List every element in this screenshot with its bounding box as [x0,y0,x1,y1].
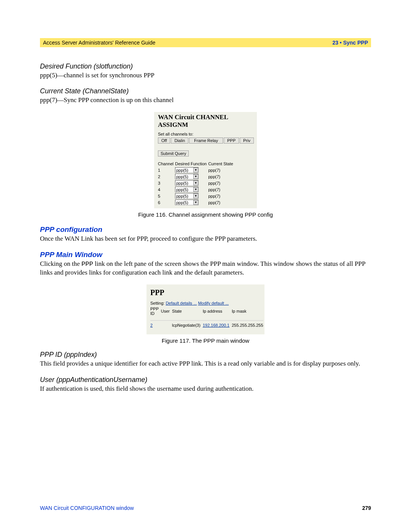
heading-user: User (pppAuthenticationUsername) [40,376,371,384]
frame-relay-button[interactable]: Frame Relay [189,137,223,144]
cell-user [161,321,172,328]
col-current-state: Current State [208,161,234,167]
cell-state: ppp(7) [208,200,234,206]
text-ppp-id: This field provides a unique identifier … [40,359,371,368]
cell-state: ppp(7) [208,193,234,200]
fig116-caption: Figure 116. Channel assignment showing P… [40,211,371,218]
col-ip-mask: Ip mask [232,307,266,318]
table-row: 3 ppp(5)▼ ppp(7) [158,180,235,187]
page-footer: WAN Circuit CONFIGURATION window 279 [40,505,371,511]
cell-channel: 4 [158,187,175,193]
heading-current-state: Current State (ChannelState) [40,87,371,95]
desired-function-select[interactable]: ppp(5)▼ [175,193,199,199]
chevron-down-icon: ▼ [193,181,198,185]
ip-address-link[interactable]: 192.168.200.1 [203,323,229,328]
chevron-down-icon: ▼ [193,193,198,198]
desired-function-select[interactable]: ppp(5)▼ [175,200,199,205]
fig117-setting-row: Setting: Default details ... Modify defa… [150,301,261,305]
ppp-code-text: PPP [81,260,93,268]
header-chapter: 23 • Sync PPP [332,40,368,46]
figure-ppp-main: PPP Setting: Default details ... Modify … [147,284,264,334]
table-row: 4 ppp(5)▼ ppp(7) [158,187,235,193]
text-user: If authentication is used, this field sh… [40,385,371,393]
cell-channel: 1 [158,167,175,174]
submit-query-button[interactable]: Submit Query [158,150,189,157]
footer-section: WAN Circuit CONFIGURATION window [40,505,134,511]
cell-state: ppp(7) [208,180,234,187]
chevron-down-icon: ▼ [193,200,198,205]
col-channel: Channel [158,161,175,167]
cell-state: ppp(7) [208,187,234,193]
dialin-button[interactable]: Dialin [171,137,188,144]
chevron-down-icon: ▼ [193,168,198,173]
cell-channel: 6 [158,200,175,206]
cell-channel: 5 [158,193,175,200]
heading-ppp-id: PPP ID (pppIndex) [40,351,371,359]
fig116-button-row: Off Dialin Frame Relay PPP Priv [158,137,255,144]
modify-default-link[interactable]: Modify default ... [198,301,229,305]
table-row: 2 ppp(5)▼ ppp(7) [158,174,235,180]
col-ppp-id: PPP ID [150,307,161,318]
cell-channel: 2 [158,174,175,180]
desired-function-select[interactable]: ppp(5)▼ [175,187,199,192]
ppp-id-link[interactable]: 2 [150,323,153,328]
text-ppp-configuration: Once the WAN Link has been set for PPP, … [40,235,371,243]
text-current-state: ppp(7)—Sync PPP connection is up on this… [40,96,371,104]
col-user: User [161,307,172,318]
text-desired-function: ppp(5)—channel is set for synchronous PP… [40,71,371,80]
heading-ppp-main-window: PPP Main Window [40,251,371,259]
figure-wan-circuit: WAN Circuit CHANNEL ASSIGNM Set all chan… [154,112,257,208]
ppp-button[interactable]: PPP [224,137,239,144]
fig117-caption: Figure 117. The PPP main window [40,337,371,344]
text-ppp-main-window: Clicking on the PPP link on the left pan… [40,260,371,277]
col-ip-address: Ip address [203,307,232,318]
page-number: 279 [362,505,371,511]
header-title: Access Server Administrators' Reference … [43,40,155,46]
table-row: 1 ppp(5)▼ ppp(7) [158,167,235,174]
chevron-down-icon: ▼ [193,187,198,192]
fig117-title: PPP [150,288,261,297]
off-button[interactable]: Off [158,137,170,144]
cell-channel: 3 [158,180,175,187]
default-details-link[interactable]: Default details ... [166,301,197,305]
desired-function-select[interactable]: ppp(5)▼ [175,180,199,186]
heading-ppp-configuration: PPP configuration [40,225,371,234]
table-row: 6 ppp(5)▼ ppp(7) [158,200,235,206]
table-row: 5 ppp(5)▼ ppp(7) [158,193,235,200]
col-state: State [172,307,203,318]
ppp-table: PPP ID User State Ip address Ip mask 2 l… [150,307,266,328]
cell-state: ppp(7) [208,174,234,180]
col-desired-function: Desired Function [175,161,208,167]
cell-state: lcpNegotiate(3) [172,321,203,328]
chevron-down-icon: ▼ [193,174,198,179]
cell-mask: 255.255.255.255 [232,321,266,328]
fig116-title: WAN Circuit CHANNEL ASSIGNM [158,113,255,129]
priv-button[interactable]: Priv [240,137,254,144]
fig116-set-label: Set all channels to: [158,132,255,136]
heading-desired-function: Desired Function (slotfunction) [40,62,371,70]
page-header: Access Server Administrators' Reference … [40,38,371,47]
channel-table: Channel Desired Function Current State 1… [158,161,235,206]
desired-function-select[interactable]: ppp(5)▼ [175,167,199,173]
desired-function-select[interactable]: ppp(5)▼ [175,174,199,179]
cell-state: ppp(7) [208,167,234,174]
table-row: 2 lcpNegotiate(3) 192.168.200.1 255.255.… [150,321,266,328]
